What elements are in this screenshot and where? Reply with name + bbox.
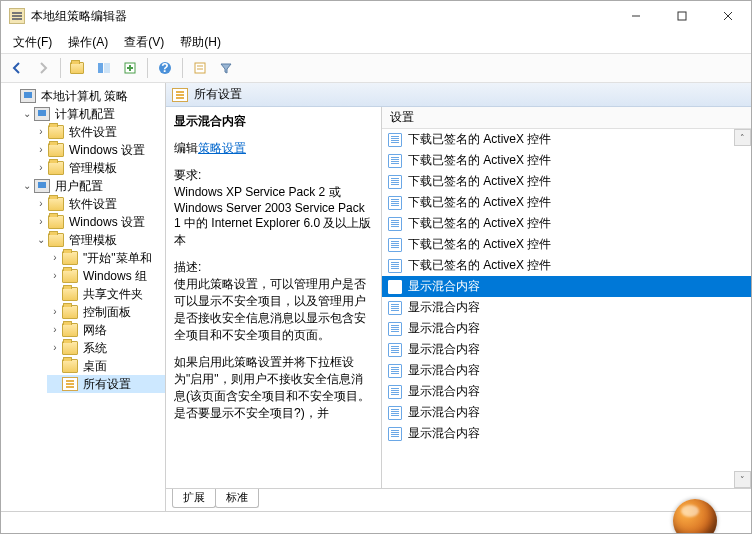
tree-item[interactable]: ›"开始"菜单和 — [47, 249, 165, 267]
policy-icon — [388, 154, 402, 168]
list-row-label: 下载已签名的 ActiveX 控件 — [408, 236, 551, 253]
tree-pane[interactable]: ▸ 本地计算机 策略 ⌄ 计算机配置 ›软件设置 ›Windows 设置 — [1, 83, 166, 511]
tree-item[interactable]: ›共享文件夹 — [47, 285, 165, 303]
tree-computer-config[interactable]: ⌄ 计算机配置 — [19, 105, 165, 123]
help-button[interactable]: ? — [153, 56, 177, 80]
twisty-icon[interactable]: › — [35, 199, 47, 209]
filter-button[interactable] — [214, 56, 238, 80]
properties-button[interactable] — [188, 56, 212, 80]
tree-item-all-settings[interactable]: ›所有设置 — [47, 375, 165, 393]
tree-item[interactable]: ›软件设置 — [33, 195, 165, 213]
menu-action[interactable]: 操作(A) — [62, 32, 114, 53]
twisty-icon[interactable]: › — [49, 325, 61, 335]
maximize-button[interactable] — [659, 1, 705, 31]
close-button[interactable] — [705, 1, 751, 31]
tree-item[interactable]: ›Windows 组 — [47, 267, 165, 285]
list-row[interactable]: 显示混合内容 — [382, 318, 751, 339]
tree-item[interactable]: ›Windows 设置 — [33, 213, 165, 231]
list-row[interactable]: 显示混合内容 — [382, 276, 751, 297]
requirements-label: 要求: — [174, 167, 373, 184]
menu-view[interactable]: 查看(V) — [118, 32, 170, 53]
tree-label: 计算机配置 — [53, 106, 117, 123]
policy-icon — [388, 259, 402, 273]
twisty-icon[interactable]: ⌄ — [35, 235, 47, 245]
tree-item[interactable]: ›软件设置 — [33, 123, 165, 141]
twisty-icon[interactable]: ⌄ — [21, 181, 33, 191]
forward-button[interactable] — [31, 56, 55, 80]
minimize-button[interactable] — [613, 1, 659, 31]
list-row[interactable]: 下载已签名的 ActiveX 控件 — [382, 192, 751, 213]
tree-item[interactable]: ›控制面板 — [47, 303, 165, 321]
list-row[interactable]: 显示混合内容 — [382, 402, 751, 423]
twisty-icon[interactable]: › — [35, 145, 47, 155]
tree-user-config[interactable]: ⌄ 用户配置 — [19, 177, 165, 195]
statusbar — [1, 511, 751, 533]
tree-item[interactable]: ›网络 — [47, 321, 165, 339]
show-hide-tree-button[interactable] — [92, 56, 116, 80]
menubar: 文件(F) 操作(A) 查看(V) 帮助(H) — [1, 31, 751, 53]
policy-icon — [388, 364, 402, 378]
svg-rect-4 — [98, 63, 103, 73]
twisty-icon[interactable]: › — [35, 127, 47, 137]
menu-file[interactable]: 文件(F) — [7, 32, 58, 53]
tree-item[interactable]: ›Windows 设置 — [33, 141, 165, 159]
tree-item[interactable]: ⌄管理模板 — [33, 231, 165, 249]
window-title: 本地组策略编辑器 — [31, 8, 613, 25]
list-body[interactable]: ˄ ˅ 下载已签名的 ActiveX 控件下载已签名的 ActiveX 控件下载… — [382, 129, 751, 488]
twisty-icon[interactable]: › — [35, 163, 47, 173]
twisty-icon[interactable]: › — [35, 217, 47, 227]
scroll-up-button[interactable]: ˄ — [734, 129, 751, 146]
folder-icon — [48, 233, 64, 247]
list-row[interactable]: 显示混合内容 — [382, 423, 751, 444]
list-row[interactable]: 下载已签名的 ActiveX 控件 — [382, 129, 751, 150]
list-row-label: 下载已签名的 ActiveX 控件 — [408, 131, 551, 148]
list-column-header[interactable]: 设置 — [382, 107, 751, 129]
detail-header-title: 所有设置 — [194, 86, 242, 103]
twisty-icon[interactable]: › — [49, 253, 61, 263]
tree-item[interactable]: ›管理模板 — [33, 159, 165, 177]
tree-label: 网络 — [81, 322, 109, 339]
toolbar-separator — [182, 58, 183, 78]
list-row[interactable]: 显示混合内容 — [382, 339, 751, 360]
edit-policy-link[interactable]: 策略设置 — [198, 141, 246, 155]
menu-help[interactable]: 帮助(H) — [174, 32, 227, 53]
list-row[interactable]: 下载已签名的 ActiveX 控件 — [382, 150, 751, 171]
folder-icon — [62, 269, 78, 283]
export-button[interactable] — [118, 56, 142, 80]
policy-icon — [388, 406, 402, 420]
description-label: 描述: — [174, 259, 373, 276]
list-row[interactable]: 显示混合内容 — [382, 360, 751, 381]
scroll-down-button[interactable]: ˅ — [734, 471, 751, 488]
up-button[interactable] — [66, 56, 90, 80]
bottom-tabs: 扩展 标准 — [166, 489, 751, 511]
list-row-label: 下载已签名的 ActiveX 控件 — [408, 215, 551, 232]
policy-title: 显示混合内容 — [174, 113, 373, 130]
twisty-icon[interactable]: › — [49, 343, 61, 353]
twisty-icon[interactable]: › — [49, 271, 61, 281]
tree-item[interactable]: ›桌面 — [47, 357, 165, 375]
tab-extended[interactable]: 扩展 — [172, 489, 216, 508]
policy-icon — [388, 133, 402, 147]
description-text-2: 如果启用此策略设置并将下拉框设为"启用"，则用户不接收安全信息消息(该页面含安全… — [174, 354, 373, 422]
list-row-label: 显示混合内容 — [408, 425, 480, 442]
column-label: 设置 — [390, 109, 414, 126]
folder-icon — [62, 287, 78, 301]
list-row[interactable]: 下载已签名的 ActiveX 控件 — [382, 255, 751, 276]
toolbar-separator — [147, 58, 148, 78]
tab-standard[interactable]: 标准 — [215, 489, 259, 508]
list-row[interactable]: 显示混合内容 — [382, 381, 751, 402]
twisty-icon[interactable]: › — [49, 307, 61, 317]
tree-item[interactable]: ›系统 — [47, 339, 165, 357]
list-row[interactable]: 下载已签名的 ActiveX 控件 — [382, 234, 751, 255]
list-row[interactable]: 下载已签名的 ActiveX 控件 — [382, 171, 751, 192]
tree-label: Windows 组 — [81, 268, 149, 285]
twisty-icon[interactable]: ⌄ — [21, 109, 33, 119]
policy-icon — [388, 175, 402, 189]
tree-label: 系统 — [81, 340, 109, 357]
tree-root[interactable]: ▸ 本地计算机 策略 — [5, 87, 165, 105]
tree-label: 管理模板 — [67, 160, 119, 177]
list-row[interactable]: 下载已签名的 ActiveX 控件 — [382, 213, 751, 234]
tree-label: 桌面 — [81, 358, 109, 375]
back-button[interactable] — [5, 56, 29, 80]
list-row[interactable]: 显示混合内容 — [382, 297, 751, 318]
